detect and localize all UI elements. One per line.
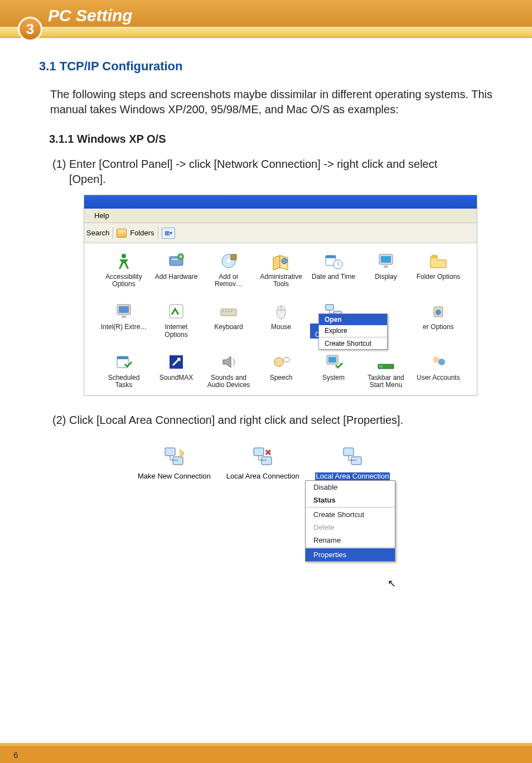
cp-item-taskbar[interactable]: Taskbar and Start Menu	[360, 352, 412, 389]
context-menu-network: Open Explore Create Shortcut	[318, 313, 388, 350]
cp-label: Add Hardware	[155, 273, 198, 281]
cp-item-soundmax[interactable]: SoundMAX	[150, 352, 202, 389]
cp-item-keyboard[interactable]: Keyboard	[202, 301, 255, 338]
admin-tools-icon	[271, 251, 291, 271]
heading-3-1-1: 3.1.1 Windows XP O/S	[49, 133, 499, 146]
svg-point-27	[436, 310, 441, 315]
add-remove-icon	[219, 251, 239, 271]
step-1-continuation: [Open].	[69, 172, 499, 187]
ctx-separator	[306, 507, 395, 508]
svg-rect-9	[326, 255, 336, 258]
soundmax-icon	[166, 352, 186, 372]
intel-icon	[114, 301, 134, 321]
svg-rect-29	[117, 356, 128, 359]
svg-rect-16	[122, 316, 126, 318]
folder-options-icon	[428, 251, 448, 271]
ctx-open[interactable]: Open	[319, 314, 387, 325]
nc-label: Local Area Connection	[226, 472, 299, 481]
nc-item-make-new[interactable]: Make New Connection	[138, 445, 211, 481]
cp-item-scheduled-tasks[interactable]: Scheduled Tasks	[98, 352, 150, 389]
system-icon	[323, 352, 344, 372]
cp-item-add-remove[interactable]: Add or Remov…	[202, 251, 255, 288]
cp-item-speech[interactable]: Speech	[255, 352, 307, 389]
cp-label: Taskbar and Start Menu	[362, 374, 409, 389]
cp-label: Speech	[270, 374, 293, 382]
accessibility-icon	[114, 251, 134, 271]
svg-rect-22	[231, 311, 233, 312]
svg-point-7	[282, 258, 287, 264]
cp-item-user-accounts[interactable]: User Accounts	[412, 352, 465, 389]
keyboard-icon	[219, 301, 239, 321]
svg-rect-41	[254, 448, 264, 456]
cp-item-accessibility[interactable]: Accessibility Options	[98, 251, 150, 288]
cursor-icon: ↖	[388, 577, 396, 590]
cp-item-intel[interactable]: Intel(R) Extre…	[98, 301, 150, 338]
ctx2-rename[interactable]: Rename	[306, 534, 395, 547]
window-toolbar: Search Folders ▦▾	[84, 223, 477, 243]
cp-item-internet-options[interactable]: Internet Options	[150, 301, 202, 338]
svg-rect-36	[379, 365, 383, 368]
toolbar-search-label[interactable]: Search	[86, 229, 109, 237]
ctx2-disable[interactable]: Disable	[306, 481, 395, 494]
internet-options-icon	[166, 301, 186, 321]
window-titlebar	[84, 195, 477, 209]
svg-point-38	[438, 359, 445, 365]
ctx-separator	[319, 337, 387, 337]
nc-label-selected: Local Area Connection	[315, 472, 390, 481]
cp-item-add-hardware[interactable]: Add Hardware	[150, 251, 202, 288]
toolbar-folders-label[interactable]: Folders	[130, 229, 154, 237]
svg-rect-24	[326, 305, 333, 310]
cp-label: Add or Remov…	[205, 273, 252, 288]
cp-label: Sounds and Audio Devices	[205, 374, 252, 389]
ctx-create-shortcut[interactable]: Create Shortcut	[319, 338, 387, 349]
ctx-explore[interactable]: Explore	[319, 325, 387, 336]
svg-rect-43	[344, 448, 354, 456]
menu-help[interactable]: Help	[94, 211, 109, 220]
nc-item-lan-2-selected[interactable]: Local Area Connection	[315, 445, 390, 481]
cp-item-power-options-partial[interactable]: er Options	[412, 301, 465, 338]
ctx2-status[interactable]: Status	[306, 494, 395, 506]
ctx2-create-shortcut[interactable]: Create Shortcut	[306, 508, 395, 521]
power-icon	[428, 301, 448, 321]
date-time-icon	[323, 251, 344, 271]
intro-paragraph: The following steps and screenshots mayb…	[50, 87, 499, 117]
svg-point-32	[283, 358, 290, 362]
ctx2-delete-disabled: Delete	[306, 521, 395, 534]
cp-item-system[interactable]: System	[307, 352, 360, 389]
cp-label: User Accounts	[417, 374, 460, 382]
svg-rect-20	[225, 311, 227, 312]
sounds-icon	[219, 352, 239, 372]
cp-label: Mouse	[271, 323, 291, 331]
ctx-separator	[306, 547, 395, 548]
ctx2-properties[interactable]: Properties	[306, 548, 395, 561]
scheduled-tasks-icon	[114, 352, 134, 372]
cp-item-admin-tools[interactable]: Administrative Tools	[255, 251, 307, 288]
nc-label: Make New Connection	[138, 472, 211, 481]
cp-item-mouse[interactable]: Mouse	[255, 301, 307, 338]
svg-rect-42	[262, 457, 272, 465]
toolbar-separator	[113, 227, 113, 239]
svg-rect-19	[223, 311, 224, 312]
cp-label: Scheduled Tasks	[100, 374, 147, 389]
chapter-title: PC Setting	[48, 6, 133, 25]
cp-item-date-time[interactable]: Date and Time	[307, 251, 360, 288]
user-accounts-icon	[428, 352, 448, 372]
speech-icon	[271, 352, 291, 372]
cp-label: Administrative Tools	[258, 273, 304, 288]
window-menubar: Help	[84, 209, 477, 223]
cp-item-folder-options[interactable]: Folder Options	[412, 251, 465, 288]
nc-item-lan-1[interactable]: Local Area Connection	[226, 445, 299, 481]
step-1-lead: (1) Enter [Control Panel] -> click [Netw…	[52, 158, 437, 170]
section-number-badge: 3	[18, 17, 42, 41]
views-button[interactable]: ▦▾	[162, 228, 175, 239]
cp-label: SoundMAX	[159, 374, 194, 382]
folders-icon[interactable]	[117, 229, 127, 238]
cp-label: er Options	[423, 323, 453, 331]
cp-item-sounds[interactable]: Sounds and Audio Devices	[202, 352, 255, 389]
cp-item-display[interactable]: Display	[360, 251, 412, 288]
step-2: (2) Click [Local Area Connection] and ri…	[52, 413, 499, 428]
display-icon	[376, 251, 396, 271]
add-hardware-icon	[166, 251, 186, 271]
cp-label: Intel(R) Extre…	[101, 323, 147, 331]
cp-label: Keyboard	[214, 323, 243, 331]
